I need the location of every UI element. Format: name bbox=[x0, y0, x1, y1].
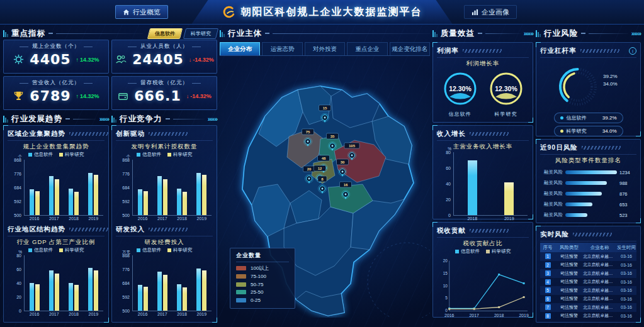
industry-subject-panel: 行业主体 企业分布运营态势对外投资重点企业规企变化排名 bbox=[220, 27, 430, 318]
more-icon[interactable]: »»» bbox=[208, 115, 217, 123]
bar bbox=[49, 270, 54, 311]
info-icon[interactable]: i bbox=[629, 47, 636, 55]
bar bbox=[163, 275, 167, 311]
rnd-expense-chart: 研发经费投入信息软件科学研究万元500592684776868201620172… bbox=[116, 238, 213, 311]
nav-enterprise-profile[interactable]: 企业画像 bbox=[464, 5, 517, 19]
chart-title: 风险类型事件数量排名 bbox=[540, 157, 636, 165]
bar-group: 2017 bbox=[49, 160, 59, 215]
income-growth-box: 收入增长 主营业务收入增长率%02040608020182019 bbox=[432, 125, 533, 219]
hatch-decoration bbox=[470, 132, 509, 136]
kpi-label: 从业人员数（人） bbox=[140, 43, 188, 50]
risk-bar-row: 融资风险653 bbox=[541, 201, 635, 208]
kpi-panel: 重点指标 信息软件科学研究 规上企业数（个）4405↑14.32%从业人员数（人… bbox=[3, 27, 217, 110]
chart-legend: 信息软件科学研究 bbox=[8, 152, 105, 158]
more-icon[interactable]: »»» bbox=[631, 30, 641, 37]
y-tick: 592 bbox=[122, 295, 130, 299]
table-row[interactable]: 6司法预警北京启航卓越科技有限公司03-16 bbox=[540, 295, 636, 304]
table-row[interactable]: 1司法预警北京启航卓越科技有限公司03-16 bbox=[540, 252, 636, 261]
chart-title: 税收贡献占比 bbox=[437, 240, 529, 248]
svg-text:20: 20 bbox=[443, 258, 448, 263]
bar-group: 2018 bbox=[69, 255, 79, 311]
bar-group: 2019 bbox=[196, 160, 206, 215]
arrow-down-icon: ↓ bbox=[189, 57, 192, 63]
svg-text:2018: 2018 bbox=[494, 313, 504, 318]
map-legend-title: 企业数量 bbox=[236, 252, 289, 262]
bar-group: 2016 bbox=[30, 255, 40, 311]
tab-运营态势[interactable]: 运营态势 bbox=[262, 42, 302, 55]
bar-chart-icon bbox=[472, 9, 478, 16]
legend-item: 科学研究 bbox=[59, 247, 84, 253]
y-tick: 40 bbox=[446, 182, 451, 186]
y-tick: 684 bbox=[14, 186, 21, 190]
bar bbox=[88, 268, 93, 311]
y-tick: 868 bbox=[122, 253, 130, 258]
header-title-band: 朝阳区科创规上企业大数据监测平台 bbox=[192, 0, 453, 24]
bar bbox=[157, 176, 162, 215]
table-column: 序号 bbox=[540, 245, 555, 251]
income-growth-chart: 主营业务收入增长率%02040608020182019 bbox=[437, 143, 529, 216]
svg-text:12: 12 bbox=[318, 167, 322, 170]
tab-重点企业[interactable]: 重点企业 bbox=[347, 42, 387, 55]
table-row[interactable]: 5司法预警北京启航卓越科技有限公司03-16 bbox=[540, 286, 636, 295]
risk-bar-row: 融资风险523 bbox=[541, 212, 635, 218]
tab-企业分布[interactable]: 企业分布 bbox=[220, 42, 260, 55]
bar-group: 2017 bbox=[49, 255, 59, 311]
hatch-decoration bbox=[470, 229, 509, 233]
table-column: 发生时间 bbox=[616, 245, 636, 251]
kpi-toggle-inactive[interactable]: 科学研究 bbox=[183, 28, 218, 39]
x-tick: 2016 bbox=[30, 216, 40, 221]
bar-group: 2019 bbox=[88, 160, 98, 215]
section-subtitle: 行业地区结构趋势 bbox=[8, 225, 65, 234]
y-tick: 60 bbox=[446, 166, 451, 170]
kpi-delta: ↓-14.32% bbox=[186, 93, 212, 99]
x-tick: 2019 bbox=[504, 216, 514, 221]
table-row[interactable]: 4司法预警北京启航卓越科技有限公司03-16 bbox=[540, 278, 636, 287]
home-icon bbox=[123, 9, 130, 16]
row-index-badge: 6 bbox=[545, 296, 551, 302]
legend-item: 信息软件 bbox=[455, 248, 480, 255]
tab-规企变化排名[interactable]: 规企变化排名 bbox=[390, 42, 430, 55]
kpi-card: 留存税收（亿元）666.1↓-14.32% bbox=[111, 76, 217, 110]
table-row[interactable]: 3司法预警北京启航卓越科技有限公司03-16 bbox=[540, 269, 636, 278]
kpi-label: 规上企业数（个） bbox=[32, 43, 80, 50]
table-row[interactable]: 2司法预警北京启航卓越科技有限公司03-16 bbox=[540, 261, 636, 270]
bar bbox=[144, 287, 148, 311]
y-tick: 500 bbox=[122, 213, 130, 218]
table-row[interactable]: 8司法预警北京启航卓越科技有限公司03-16 bbox=[540, 312, 636, 321]
legend-item: 信息软件 bbox=[137, 247, 161, 253]
svg-text:16: 16 bbox=[344, 183, 348, 187]
hatch-decoration bbox=[69, 132, 108, 136]
more-icon[interactable]: »»» bbox=[99, 115, 109, 123]
panel-marker-icon bbox=[3, 30, 8, 37]
nav-industry-overview[interactable]: 行业概览 bbox=[115, 5, 168, 19]
kpi-card-grid: 规上企业数（个）4405↑14.32%从业人员数（人）24405↓-14.32%… bbox=[3, 40, 217, 110]
svg-text:48: 48 bbox=[322, 157, 326, 160]
chart-title: 利润增长率 bbox=[437, 60, 529, 68]
section-subtitle: 实时风险 bbox=[540, 230, 569, 239]
table-row[interactable]: 7司法预警北京启航卓越科技有限公司03-16 bbox=[540, 303, 636, 312]
svg-text:12.30%: 12.30% bbox=[449, 85, 472, 92]
x-tick: 2017 bbox=[157, 216, 167, 221]
tax-contribution-chart: 税收贡献占比信息软件科学研究051015202016201720182019 bbox=[437, 240, 529, 322]
row-index-badge: 7 bbox=[545, 304, 551, 310]
section-subtitle: 近90日风险 bbox=[540, 143, 578, 152]
people-icon bbox=[115, 53, 127, 65]
hatch-decoration bbox=[149, 228, 188, 231]
x-tick: 2018 bbox=[69, 216, 79, 221]
y-tick: 500 bbox=[14, 213, 21, 218]
svg-text:30: 30 bbox=[341, 160, 345, 164]
leverage-donut: 39.2%34.0% bbox=[541, 59, 636, 112]
kpi-toggle-active[interactable]: 信息软件 bbox=[147, 28, 183, 39]
page-title: 朝阳区科创规上企业大数据监测平台 bbox=[241, 6, 422, 19]
gauge-label: 科学研究 bbox=[487, 111, 525, 118]
section-subtitle: 研发投入 bbox=[116, 225, 145, 234]
bar-group: 2018 bbox=[177, 255, 187, 311]
hbar bbox=[565, 170, 617, 174]
y-tick: 592 bbox=[14, 199, 21, 204]
gdp-share-chart: 行业 GDP 占第三产业比例信息软件科学研究%02040608020162017… bbox=[8, 238, 105, 311]
more-icon[interactable]: »»» bbox=[524, 30, 533, 37]
section-subtitle: 行业杠杆率 bbox=[540, 47, 577, 55]
hatch-decoration bbox=[580, 49, 619, 53]
map-legend-item: 50-75 bbox=[236, 282, 289, 287]
tab-对外投资[interactable]: 对外投资 bbox=[305, 42, 345, 55]
